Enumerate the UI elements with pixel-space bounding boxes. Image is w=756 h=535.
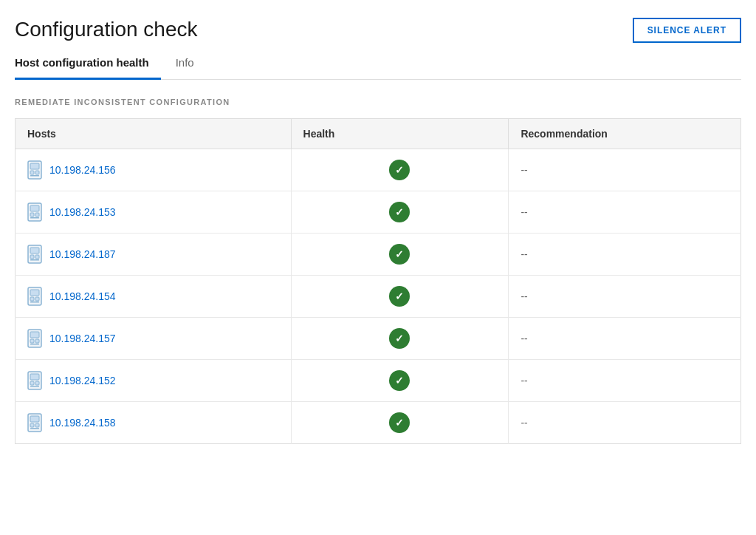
table-row: 10.198.24.152 ✓ -- <box>16 360 741 402</box>
host-cell: 10.198.24.157 <box>16 318 292 360</box>
svg-rect-21 <box>30 332 39 338</box>
section-label: REMEDIATE INCONSISTENT CONFIGURATION <box>15 98 741 106</box>
health-cell: ✓ <box>291 191 509 234</box>
svg-rect-34 <box>30 428 39 429</box>
svg-rect-17 <box>30 297 34 301</box>
svg-rect-32 <box>30 423 34 427</box>
tab-host-config[interactable]: Host configuration health <box>15 49 161 80</box>
silence-alert-button[interactable]: SILENCE ALERT <box>633 18 741 43</box>
host-icon <box>27 371 42 390</box>
health-cell: ✓ <box>291 234 509 276</box>
svg-rect-14 <box>30 259 39 261</box>
host-icon <box>27 202 42 222</box>
health-check-icon: ✓ <box>389 202 410 222</box>
svg-rect-22 <box>30 339 34 343</box>
svg-rect-6 <box>30 205 39 211</box>
table-header-row: Hosts Health Recommendation <box>16 119 741 149</box>
svg-rect-3 <box>35 171 39 174</box>
svg-rect-8 <box>35 213 39 217</box>
svg-rect-1 <box>30 163 39 169</box>
recommendation-cell: -- <box>509 276 741 318</box>
svg-rect-33 <box>35 423 39 427</box>
svg-rect-19 <box>30 301 39 303</box>
health-check-icon: ✓ <box>389 244 410 265</box>
health-check-icon: ✓ <box>389 286 410 307</box>
host-link[interactable]: 10.198.24.152 <box>49 375 116 386</box>
host-cell: 10.198.24.156 <box>16 149 292 191</box>
recommendation-cell: -- <box>509 360 741 402</box>
host-link[interactable]: 10.198.24.156 <box>49 164 116 176</box>
col-header-hosts: Hosts <box>16 119 292 149</box>
svg-rect-12 <box>30 255 34 259</box>
health-cell: ✓ <box>291 318 509 360</box>
host-link[interactable]: 10.198.24.187 <box>49 248 116 260</box>
health-cell: ✓ <box>291 149 509 191</box>
host-cell: 10.198.24.153 <box>16 191 292 234</box>
host-cell: 10.198.24.187 <box>16 234 292 276</box>
recommendation-cell: -- <box>509 191 741 234</box>
table-row: 10.198.24.153 ✓ -- <box>16 191 741 234</box>
svg-rect-26 <box>30 374 39 380</box>
hosts-table: Hosts Health Recommendation 10.198.24.15… <box>15 118 741 444</box>
svg-rect-9 <box>30 217 39 219</box>
health-check-icon: ✓ <box>389 328 410 349</box>
table-row: 10.198.24.156 ✓ -- <box>16 149 741 191</box>
svg-rect-28 <box>35 381 39 385</box>
host-icon <box>27 413 42 432</box>
health-cell: ✓ <box>291 402 509 444</box>
host-icon <box>27 329 42 348</box>
svg-rect-24 <box>30 344 39 345</box>
table-row: 10.198.24.157 ✓ -- <box>16 318 741 360</box>
svg-rect-2 <box>30 171 34 174</box>
svg-rect-7 <box>30 213 34 217</box>
svg-rect-4 <box>30 175 39 177</box>
host-cell: 10.198.24.158 <box>16 402 292 444</box>
health-cell: ✓ <box>291 360 509 402</box>
svg-rect-11 <box>30 248 39 253</box>
recommendation-cell: -- <box>509 402 741 444</box>
health-check-icon: ✓ <box>389 160 410 180</box>
tab-bar: Host configuration health Info <box>15 49 741 80</box>
table-row: 10.198.24.158 ✓ -- <box>16 402 741 444</box>
host-link[interactable]: 10.198.24.157 <box>49 333 116 344</box>
svg-rect-13 <box>35 255 39 259</box>
svg-rect-23 <box>35 339 39 343</box>
host-cell: 10.198.24.154 <box>16 276 292 318</box>
recommendation-cell: -- <box>509 149 741 191</box>
host-link[interactable]: 10.198.24.153 <box>49 206 116 218</box>
col-header-recommendation: Recommendation <box>509 119 741 149</box>
recommendation-cell: -- <box>509 318 741 360</box>
svg-rect-29 <box>30 386 39 387</box>
page-header: Configuration check SILENCE ALERT <box>15 18 741 43</box>
svg-rect-31 <box>30 416 39 422</box>
host-link[interactable]: 10.198.24.154 <box>49 290 116 302</box>
svg-rect-18 <box>35 297 39 301</box>
svg-rect-27 <box>30 381 34 385</box>
host-icon <box>27 245 42 264</box>
health-check-icon: ✓ <box>389 370 410 391</box>
health-cell: ✓ <box>291 276 509 318</box>
health-check-icon: ✓ <box>389 412 410 433</box>
table-row: 10.198.24.154 ✓ -- <box>16 276 741 318</box>
tab-info[interactable]: Info <box>176 49 206 80</box>
host-icon <box>27 287 42 306</box>
recommendation-cell: -- <box>509 234 741 276</box>
host-link[interactable]: 10.198.24.158 <box>49 417 116 429</box>
col-header-health: Health <box>291 119 509 149</box>
svg-rect-16 <box>30 290 39 296</box>
page-title: Configuration check <box>15 18 197 41</box>
table-row: 10.198.24.187 ✓ -- <box>16 234 741 276</box>
host-icon <box>27 160 42 180</box>
host-cell: 10.198.24.152 <box>16 360 292 402</box>
